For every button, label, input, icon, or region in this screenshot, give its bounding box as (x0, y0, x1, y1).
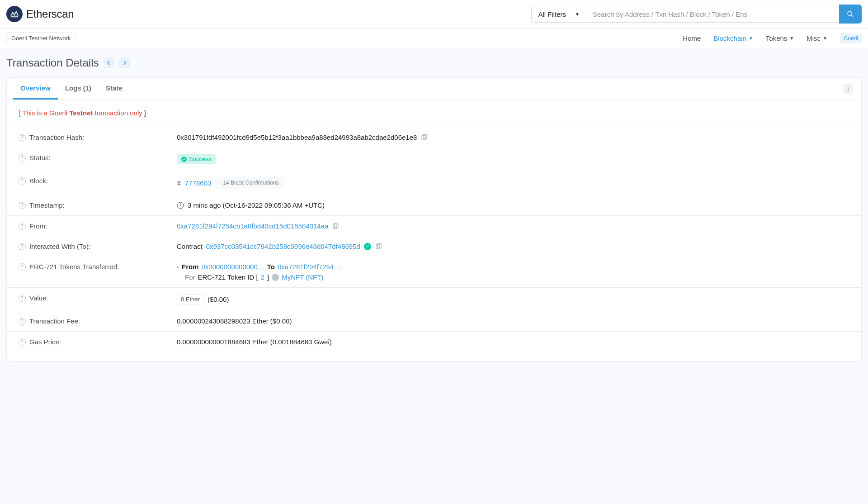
next-button[interactable] (119, 57, 130, 68)
to-prefix: Contract (177, 242, 203, 250)
help-icon[interactable]: ? (19, 243, 26, 250)
chevron-left-icon (107, 61, 111, 65)
erc-tokenid-suffix: ] (267, 273, 269, 281)
chevron-down-icon: ▼ (749, 36, 753, 41)
row-value: ?Value: 0 Ether ($0.00) (19, 288, 849, 311)
value-timestamp: 3 mins ago (Oct-16-2022 09:05:36 AM +UTC… (188, 201, 325, 209)
chevron-down-icon: ▼ (575, 12, 580, 17)
row-erc721: ?ERC-721 Tokens Transferred: ▸ From 0x00… (19, 257, 849, 287)
status-text: Success (189, 156, 211, 162)
row-fee: ?Transaction Fee: 0.000000243088298023 E… (19, 311, 849, 331)
net-switcher[interactable]: Goerli (840, 33, 862, 43)
search-input[interactable] (586, 6, 839, 23)
label-value: Value: (29, 294, 48, 302)
copy-icon[interactable] (420, 134, 428, 141)
erc-to-label: To (267, 263, 275, 271)
svg-point-0 (848, 11, 852, 15)
nav-home[interactable]: Home (683, 34, 701, 42)
network-badge[interactable]: Goerli Testnet Network (6, 32, 75, 44)
label-fee: Transaction Fee: (29, 317, 80, 325)
help-icon[interactable]: ? (19, 318, 26, 325)
help-icon[interactable]: ? (19, 295, 26, 302)
nav-misc[interactable]: Misc ▼ (807, 34, 827, 42)
logo-text: Etherscan (26, 8, 74, 20)
row-status: ?Status: Success (19, 147, 849, 171)
nav-misc-label: Misc (807, 34, 821, 42)
label-status: Status: (29, 154, 51, 162)
help-icon[interactable]: ? (19, 202, 26, 209)
search-icon (847, 10, 854, 18)
nav-blockchain[interactable]: Blockchain ▼ (713, 34, 753, 42)
tab-state[interactable]: State (99, 78, 130, 100)
row-from: ?From: 0xa7281f294f7254cb1a8fbd40cd15d01… (19, 216, 849, 236)
help-icon[interactable]: ? (19, 263, 26, 271)
status-badge: Success (177, 154, 216, 164)
erc-for: For (185, 273, 195, 281)
label-block: Block: (29, 177, 48, 185)
row-gas: ?Gas Price: 0.000000000001884683 Ether (… (19, 332, 849, 352)
nav-tokens-label: Tokens (766, 34, 788, 42)
token-icon (272, 274, 279, 281)
check-icon (181, 157, 187, 162)
help-icon[interactable]: ? (19, 134, 26, 141)
search-button[interactable] (839, 5, 862, 24)
label-hash: Transaction Hash: (29, 133, 84, 141)
nav-tokens[interactable]: Tokens ▼ (766, 34, 794, 42)
value-gas: 0.000000000001884683 Ether (0.001884683 … (177, 338, 332, 346)
help-icon[interactable]: ? (19, 338, 26, 346)
erc-token-link[interactable]: MyNFT (NFT) (282, 273, 323, 281)
logo-icon (6, 6, 23, 22)
warning-prefix: [ This is a Goerli (19, 109, 69, 117)
warning-suffix: transaction only ] (93, 109, 146, 117)
value-ether: 0 Ether (177, 294, 204, 304)
nav-blockchain-label: Blockchain (713, 34, 746, 42)
chevron-down-icon: ▼ (789, 36, 794, 41)
from-address-link[interactable]: 0xa7281f294f7254cb1a8fbd40cd15d015504314… (177, 222, 328, 230)
copy-icon[interactable] (375, 243, 382, 250)
label-from: From: (29, 222, 47, 230)
value-fee: 0.000000243088298023 Ether ($0.00) (177, 317, 292, 325)
hourglass-icon: ⧗ (177, 179, 181, 187)
row-block: ?Block: ⧗ 7778603 14 Block Confirmations (19, 171, 849, 195)
row-hash: ?Transaction Hash: 0x301791fdf492001fcd9… (19, 127, 849, 147)
erc-to-address[interactable]: 0xa7281f294f7254… (278, 263, 340, 271)
help-icon[interactable]: ? (19, 154, 26, 162)
erc-from-label: From (182, 263, 199, 271)
label-to: Interacted With (To): (29, 242, 90, 250)
value-usd: ($0.00) (208, 295, 229, 303)
row-to: ?Interacted With (To): Contract 0x937cc0… (19, 236, 849, 257)
label-erc721: ERC-721 Tokens Transferred: (29, 263, 119, 271)
tab-more-button[interactable]: ⋮ (843, 84, 853, 94)
svg-line-1 (851, 15, 853, 17)
label-timestamp: Timestamp: (29, 201, 65, 209)
chevron-right-icon (122, 61, 127, 65)
prev-button[interactable] (104, 57, 114, 68)
copy-icon[interactable] (332, 223, 339, 230)
logo[interactable]: Etherscan (6, 6, 74, 22)
row-timestamp: ?Timestamp: 3 mins ago (Oct-16-2022 09:0… (19, 195, 849, 215)
label-gas: Gas Price: (29, 338, 61, 346)
erc-tokenid-link[interactable]: 2 (261, 273, 264, 281)
tab-logs[interactable]: Logs (1) (58, 78, 99, 100)
help-icon[interactable]: ? (19, 177, 26, 185)
erc-tokenid-prefix: ERC-721 Token ID [ (198, 273, 258, 281)
caret-icon: ▸ (177, 264, 179, 269)
page-title: Transaction Details (6, 57, 99, 69)
verified-icon: ✓ (364, 243, 371, 250)
tab-overview[interactable]: Overview (13, 78, 58, 100)
warning-bold: Testnet (69, 109, 93, 117)
erc-from-address[interactable]: 0x0000000000000… (202, 263, 264, 271)
value-hash: 0x301791fdf492001fcd9d5e5b12f3aa1bbbea9a… (177, 133, 417, 141)
filter-dropdown[interactable]: All Filters ▼ (531, 6, 586, 23)
filter-label: All Filters (538, 10, 566, 18)
block-link[interactable]: 7778603 (185, 179, 211, 187)
to-address-link[interactable]: 0x937cc03541cc7942b258c0596e43d047df4869… (206, 242, 360, 250)
chevron-down-icon: ▼ (823, 36, 827, 41)
clock-icon (177, 202, 184, 209)
help-icon[interactable]: ? (19, 223, 26, 230)
warning-banner: [ This is a Goerli Testnet transaction o… (19, 109, 849, 117)
block-confirmations: 14 Block Confirmations (217, 177, 285, 189)
